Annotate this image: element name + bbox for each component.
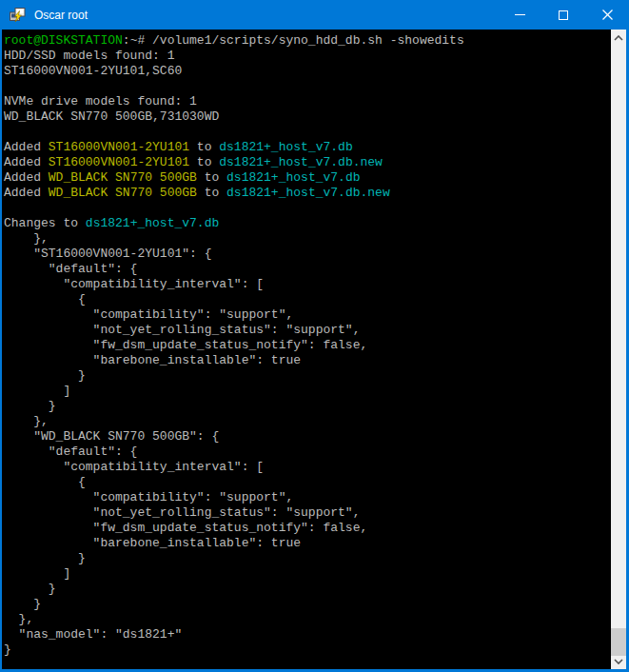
putty-app-icon[interactable] xyxy=(9,7,26,24)
terminal-line: "compatibility": "support", xyxy=(4,490,611,505)
terminal-line: Changes to ds1821+_host_v7.db xyxy=(4,216,611,231)
terminal-line: "barebone_installable": true xyxy=(4,536,611,551)
terminal-line: "nas_model": "ds1821+" xyxy=(4,627,611,642)
terminal-line: { xyxy=(4,475,611,490)
maximize-icon xyxy=(559,10,568,20)
terminal-line xyxy=(4,79,611,94)
terminal-line: HDD/SSD models found: 1 xyxy=(4,49,611,64)
title-bar[interactable]: Oscar root xyxy=(0,0,629,30)
terminal-line: ] xyxy=(4,566,611,582)
terminal-line: } xyxy=(4,399,611,414)
close-icon xyxy=(602,10,613,20)
terminal-line: } xyxy=(4,368,611,384)
terminal-line: NVMe drive models found: 1 xyxy=(4,94,611,109)
terminal-line: "compatibility": "support", xyxy=(4,307,611,323)
putty-window: Oscar root root@DISKSTATION:~# /volume1/… xyxy=(0,0,629,672)
scrollbar xyxy=(611,30,626,669)
terminal-line: "default": { xyxy=(4,445,611,460)
scrollbar-up-arrow[interactable] xyxy=(611,30,626,46)
terminal-line xyxy=(4,125,611,140)
window-body: root@DISKSTATION:~# /volume1/scripts/syn… xyxy=(0,30,629,672)
minimize-button[interactable] xyxy=(498,0,541,30)
terminal-line: } xyxy=(4,597,611,612)
scrollbar-track[interactable] xyxy=(611,46,626,653)
terminal-line: } xyxy=(4,551,611,566)
terminal-line: }, xyxy=(4,231,611,247)
terminal-line: }, xyxy=(4,612,611,627)
terminal-line: ST16000VN001-2YU101,SC60 xyxy=(4,64,611,79)
terminal-line: Added WD_BLACK SN770 500GB to ds1821+_ho… xyxy=(4,170,611,186)
terminal-line: root@DISKSTATION:~# /volume1/scripts/syn… xyxy=(4,33,611,49)
chevron-up-icon xyxy=(614,35,623,41)
terminal-line: "not_yet_rolling_status": "support", xyxy=(4,323,611,338)
terminal-line: }, xyxy=(4,414,611,429)
terminal-line: } xyxy=(4,582,611,597)
minimize-icon xyxy=(515,14,525,15)
terminal-line: Added ST16000VN001-2YU101 to ds1821+_hos… xyxy=(4,140,611,155)
chevron-down-icon xyxy=(614,659,623,664)
terminal-line xyxy=(4,201,611,216)
scrollbar-thumb[interactable] xyxy=(611,628,626,656)
window-title: Oscar root xyxy=(34,9,498,22)
terminal-line: "fw_dsm_update_status_notify": false, xyxy=(4,521,611,536)
maximize-button[interactable] xyxy=(541,0,585,30)
terminal-line: "barebone_installable": true xyxy=(4,353,611,368)
terminal-line: "default": { xyxy=(4,262,611,277)
terminal-line: "compatibility_interval": [ xyxy=(4,277,611,292)
terminal-line: "compatibility_interval": [ xyxy=(4,460,611,475)
terminal-line: } xyxy=(4,642,611,658)
terminal-line: "WD_BLACK SN770 500GB": { xyxy=(4,429,611,445)
terminal-line: WD_BLACK SN770 500GB,731030WD xyxy=(4,109,611,125)
terminal-line: ] xyxy=(4,384,611,399)
terminal-line: Added WD_BLACK SN770 500GB to ds1821+_ho… xyxy=(4,186,611,201)
terminal-screen[interactable]: root@DISKSTATION:~# /volume1/scripts/syn… xyxy=(2,30,611,669)
terminal-line: "ST16000VN001-2YU101": { xyxy=(4,247,611,262)
terminal-line: { xyxy=(4,292,611,307)
terminal-line: "not_yet_rolling_status": "support", xyxy=(4,505,611,521)
window-controls xyxy=(498,0,629,30)
terminal-line: "fw_dsm_update_status_notify": false, xyxy=(4,338,611,353)
terminal-line: Added ST16000VN001-2YU101 to ds1821+_hos… xyxy=(4,155,611,170)
close-button[interactable] xyxy=(585,0,629,30)
